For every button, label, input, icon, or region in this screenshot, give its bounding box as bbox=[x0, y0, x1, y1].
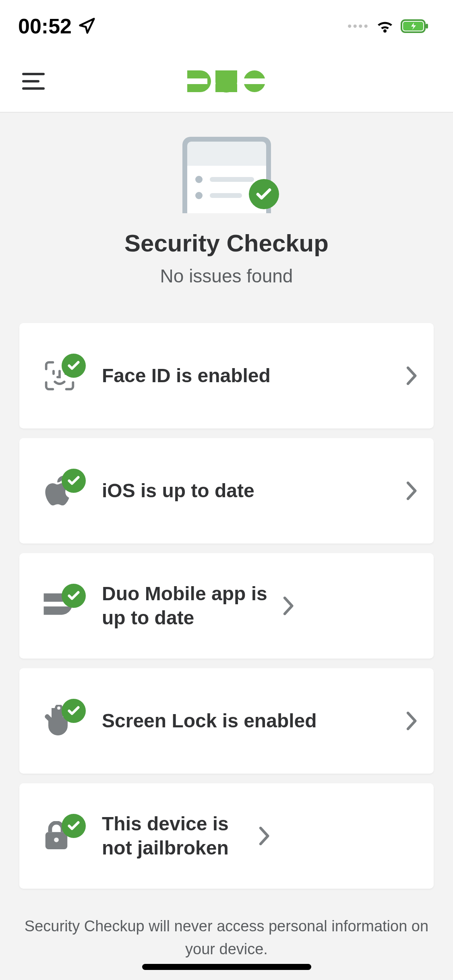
chevron-right-icon bbox=[259, 827, 270, 845]
security-items-list: Face ID is enabled iOS is up to date Duo… bbox=[0, 307, 453, 889]
check-badge-icon bbox=[249, 179, 279, 209]
duo-logo-icon bbox=[187, 70, 266, 94]
security-item-jailbreak[interactable]: This device is not jailbroken bbox=[19, 783, 434, 889]
battery-charging-icon bbox=[401, 19, 429, 34]
card-label: This device is not jailbroken bbox=[90, 812, 259, 860]
card-label: Face ID is enabled bbox=[90, 364, 406, 388]
card-icon-wrap bbox=[43, 701, 90, 741]
card-label: Duo Mobile app is up to date bbox=[90, 582, 283, 630]
chevron-right-icon bbox=[406, 366, 418, 385]
check-badge-icon bbox=[62, 814, 86, 838]
check-badge-icon bbox=[62, 584, 86, 608]
chevron-right-icon bbox=[406, 712, 418, 730]
location-icon bbox=[78, 17, 95, 35]
status-bar: 00:52 •••• bbox=[0, 0, 453, 52]
page-subtitle: No issues found bbox=[160, 265, 293, 287]
chevron-right-icon bbox=[283, 597, 294, 615]
check-badge-icon bbox=[62, 469, 86, 493]
chevron-right-icon bbox=[406, 482, 418, 500]
svg-point-10 bbox=[57, 706, 60, 710]
svg-rect-2 bbox=[426, 24, 428, 29]
security-item-ios[interactable]: iOS is up to date bbox=[19, 438, 434, 544]
home-indicator[interactable] bbox=[142, 964, 311, 970]
status-time: 00:52 bbox=[18, 14, 95, 38]
svg-point-12 bbox=[54, 838, 59, 842]
card-icon-wrap bbox=[43, 471, 90, 511]
security-item-faceid[interactable]: Face ID is enabled bbox=[19, 323, 434, 428]
page-title: Security Checkup bbox=[124, 229, 329, 257]
hamburger-icon bbox=[22, 72, 45, 90]
security-item-duo-app[interactable]: Duo Mobile app is up to date bbox=[19, 553, 434, 659]
wifi-icon bbox=[375, 18, 395, 34]
card-label: Screen Lock is enabled bbox=[90, 709, 406, 733]
duo-logo bbox=[187, 70, 266, 94]
security-item-screenlock[interactable]: Screen Lock is enabled bbox=[19, 668, 434, 774]
svg-rect-7 bbox=[244, 78, 266, 84]
menu-button[interactable] bbox=[22, 72, 45, 92]
hero-illustration bbox=[182, 137, 271, 213]
check-badge-icon bbox=[62, 699, 86, 723]
card-label: iOS is up to date bbox=[90, 479, 406, 503]
app-header bbox=[0, 52, 453, 113]
signal-dots-icon: •••• bbox=[348, 19, 369, 33]
footer-text: Security Checkup will never access perso… bbox=[0, 889, 453, 961]
clock-time: 00:52 bbox=[18, 14, 72, 38]
hero-section: Security Checkup No issues found bbox=[0, 113, 453, 307]
status-right: •••• bbox=[348, 18, 429, 34]
card-icon-wrap bbox=[43, 816, 90, 856]
check-badge-icon bbox=[62, 354, 86, 378]
card-icon-wrap bbox=[43, 356, 90, 396]
card-icon-wrap bbox=[43, 586, 90, 626]
